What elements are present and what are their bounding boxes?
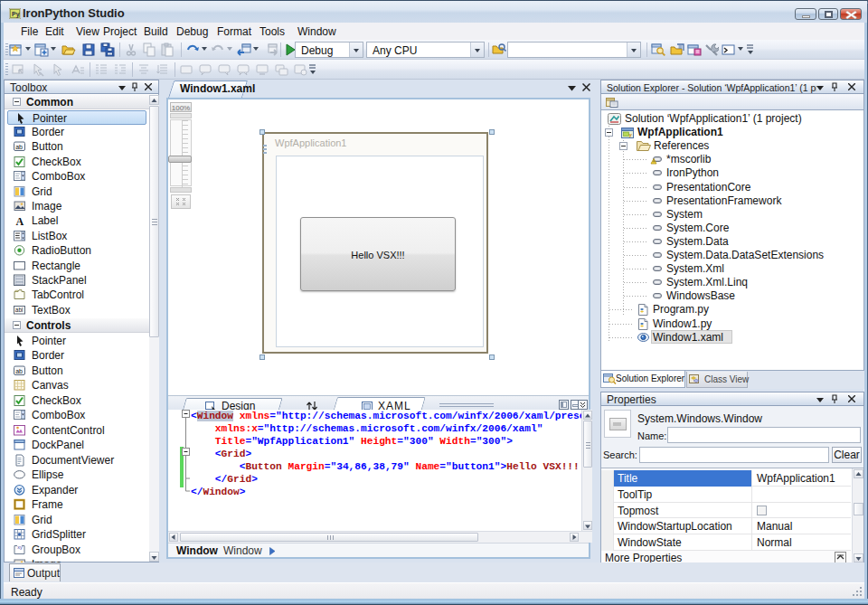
svg-text:abl: abl <box>15 307 24 313</box>
svg-text:A: A <box>16 215 24 228</box>
svg-text:ab: ab <box>15 144 23 150</box>
svg-text:xy: xy <box>17 544 23 549</box>
svg-text:ab: ab <box>15 367 23 373</box>
svg-text:Py: Py <box>12 11 20 18</box>
